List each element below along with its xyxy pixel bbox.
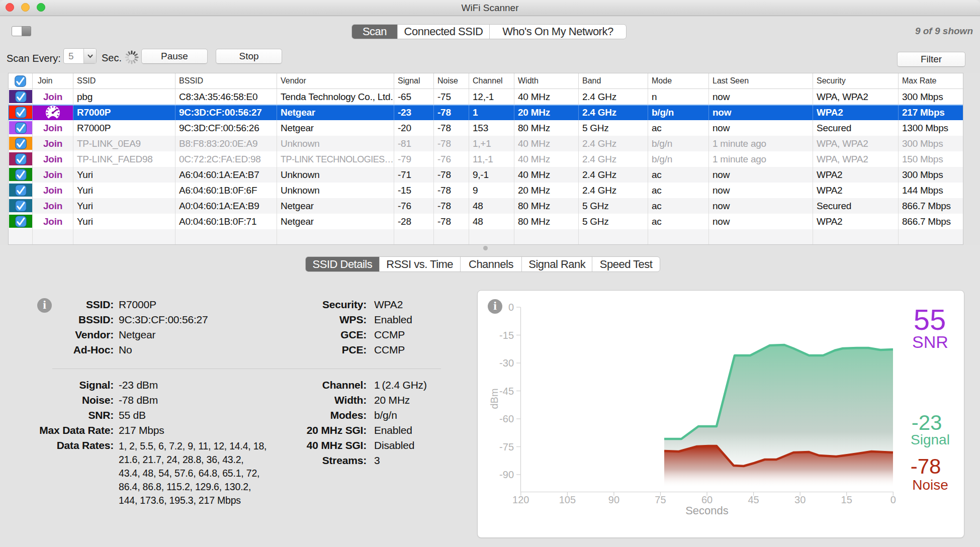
svg-text:60: 60 — [701, 494, 712, 505]
svg-text:105: 105 — [559, 494, 576, 505]
svg-text:dBm: dBm — [489, 388, 500, 409]
svg-text:Seconds: Seconds — [685, 504, 729, 517]
svg-text:55: 55 — [914, 303, 946, 336]
svg-text:90: 90 — [608, 494, 619, 505]
svg-text:Noise: Noise — [912, 477, 948, 493]
svg-text:75: 75 — [655, 494, 666, 505]
svg-text:-15: -15 — [499, 330, 514, 341]
svg-text:15: 15 — [841, 494, 852, 505]
svg-text:30: 30 — [794, 494, 806, 505]
svg-text:-90: -90 — [499, 469, 514, 480]
svg-text:Signal: Signal — [911, 432, 950, 447]
svg-text:-75: -75 — [499, 441, 514, 452]
svg-text:-45: -45 — [499, 386, 514, 397]
svg-text:-30: -30 — [499, 357, 514, 369]
svg-text:-78: -78 — [911, 454, 941, 478]
svg-text:SNR: SNR — [912, 332, 948, 351]
svg-text:0: 0 — [508, 302, 514, 313]
svg-text:0: 0 — [890, 494, 896, 505]
svg-text:120: 120 — [512, 494, 529, 505]
svg-text:-23: -23 — [912, 411, 942, 434]
svg-text:-60: -60 — [499, 413, 514, 424]
svg-text:45: 45 — [748, 494, 759, 505]
